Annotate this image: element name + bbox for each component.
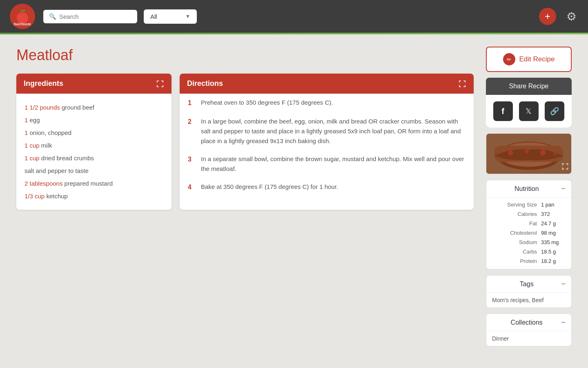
nutrition-label: Sodium	[492, 239, 537, 245]
list-item: 1 egg	[24, 114, 163, 126]
collections-card: Collections − Dinner	[486, 314, 572, 346]
directions-expand-button[interactable]	[458, 80, 466, 88]
recipe-title: Meatloaf	[16, 47, 474, 64]
step-text: In a large bowl, combine the beef, egg, …	[201, 117, 466, 146]
list-item: 3In a separate small bowl, combine the b…	[180, 150, 474, 178]
nutrition-label: Carbs	[492, 249, 537, 255]
recipe-photo	[486, 134, 571, 174]
nutrition-label: Calories	[492, 211, 537, 217]
collections-collapse-button[interactable]: −	[561, 318, 566, 327]
list-item: 1 onion, chopped	[24, 126, 163, 139]
tags-collapse-button[interactable]: −	[561, 280, 566, 288]
search-input[interactable]	[59, 13, 131, 20]
list-item: 2 tablespoons prepared mustard	[24, 177, 163, 190]
table-row: Sodium335 mg	[486, 238, 571, 247]
table-row: Protein18.2 g	[486, 256, 571, 266]
filter-dropdown[interactable]: All ▼	[144, 9, 197, 24]
twitter-icon: 𝕏	[526, 107, 532, 116]
step-number: 2	[188, 117, 194, 146]
expand-icon	[156, 80, 164, 88]
step-number: 4	[188, 182, 194, 193]
table-row: Serving Size1 pan	[486, 200, 571, 209]
ingredient-qty: 2 tablespoons	[24, 180, 62, 187]
ingredients-title: Ingredients	[24, 79, 63, 88]
add-recipe-button[interactable]: +	[539, 8, 556, 25]
nutrition-card: Nutrition − Serving Size1 panCalories372…	[486, 180, 572, 269]
nutrition-value: 24.7 g	[541, 220, 566, 227]
svg-point-8	[553, 152, 557, 155]
list-item: 1 cup dried bread crumbs	[24, 152, 163, 164]
step-number: 3	[188, 154, 194, 174]
search-bar[interactable]: 🔍	[43, 10, 137, 23]
list-item: 1 1/2 pounds ground beef	[24, 101, 163, 114]
link-share-button[interactable]: 🔗	[545, 101, 564, 121]
logo-text: heirloom	[14, 22, 31, 27]
table-row: Carbs18.5 g	[486, 247, 571, 256]
nutrition-collapse-button[interactable]: −	[561, 184, 566, 193]
list-item: 1Preheat oven to 350 degrees F (175 degr…	[180, 94, 474, 112]
edit-icon-circle: ✏	[503, 53, 515, 65]
cards-row: Ingredients 1 1/2 pounds ground beef1 eg…	[16, 74, 474, 210]
step-text: In a separate small bowl, combine the br…	[201, 154, 466, 174]
step-text: Bake at 350 degrees F (175 degrees C) fo…	[201, 182, 466, 193]
ingredients-expand-button[interactable]	[156, 80, 164, 88]
list-item: 1 cup milk	[24, 139, 163, 152]
main-content: Meatloaf Ingredients	[0, 34, 588, 368]
nutrition-value: 1 pan	[541, 202, 566, 208]
nutrition-label: Serving Size	[492, 202, 537, 208]
header-right: + ⚙	[539, 8, 580, 25]
share-card: Share Recipe f 𝕏 🔗	[486, 78, 572, 128]
edit-recipe-button[interactable]: ✏ Edit Recipe	[486, 47, 572, 72]
nutrition-value: 18.5 g	[541, 249, 566, 255]
ingredients-card: Ingredients 1 1/2 pounds ground beef1 eg…	[16, 74, 172, 210]
step-text: Preheat oven to 350 degrees F (175 degre…	[201, 98, 466, 108]
step-number: 1	[188, 98, 194, 108]
settings-button[interactable]: ⚙	[563, 8, 580, 25]
nutrition-title: Nutrition	[492, 185, 561, 193]
tags-card-header: Tags −	[486, 276, 571, 293]
recipe-photo-card: −	[486, 133, 572, 174]
photo-svg	[486, 134, 571, 174]
gear-icon: ⚙	[566, 10, 577, 23]
expand-icon	[561, 163, 569, 170]
nutrition-value: 18.2 g	[541, 258, 566, 264]
ingredient-qty: 1 cup	[24, 155, 40, 162]
collections-title: Collections	[492, 319, 561, 326]
facebook-share-button[interactable]: f	[493, 101, 513, 121]
facebook-icon: f	[501, 107, 504, 116]
link-icon: 🔗	[550, 107, 559, 116]
content-area: Meatloaf Ingredients	[16, 47, 474, 356]
right-sidebar: ✏ Edit Recipe Share Recipe f 𝕏 🔗	[486, 47, 572, 356]
svg-point-5	[508, 150, 513, 155]
collections-value: Dinner	[486, 331, 571, 346]
list-item: 4Bake at 350 degrees F (175 degrees C) f…	[180, 178, 474, 197]
nutrition-rows: Serving Size1 panCalories372Fat24.7 gCho…	[486, 197, 571, 269]
svg-point-6	[525, 149, 529, 153]
edit-recipe-label: Edit Recipe	[519, 55, 555, 63]
nutrition-card-header: Nutrition −	[486, 180, 571, 197]
nutrition-value: 372	[541, 211, 566, 217]
directions-title: Directions	[187, 79, 223, 88]
photo-expand-button[interactable]	[561, 163, 569, 171]
share-icons-row: f 𝕏 🔗	[486, 95, 572, 128]
collections-card-header: Collections −	[486, 314, 571, 331]
ingredient-qty: 1 1/2 pounds	[24, 104, 60, 111]
nutrition-label: Cholesterol	[492, 230, 537, 236]
tags-value: Mom's recipes, Beef	[486, 293, 571, 307]
directions-card: Directions 1Preheat oven to 350 degrees …	[180, 74, 474, 210]
tags-title: Tags	[492, 280, 561, 288]
ingredient-qty: 1	[24, 117, 28, 123]
twitter-share-button[interactable]: 𝕏	[519, 101, 539, 121]
nutrition-value: 98 mg	[541, 230, 566, 236]
directions-header: Directions	[180, 74, 474, 94]
tags-card: Tags − Mom's recipes, Beef	[486, 275, 572, 308]
ingredients-header: Ingredients	[16, 74, 172, 94]
app-header: heirloom 🔍 All ▼ + ⚙	[0, 0, 588, 33]
nutrition-value: 335 mg	[541, 239, 566, 245]
photo-collapse-button[interactable]: −	[563, 136, 567, 145]
list-item: 2In a large bowl, combine the beef, egg,…	[180, 112, 474, 150]
ingredient-qty: 1	[24, 129, 28, 136]
share-title: Share Recipe	[509, 83, 549, 90]
list-item: salt and pepper to taste	[24, 164, 163, 177]
ingredient-qty: 1/3 cup	[24, 193, 45, 200]
